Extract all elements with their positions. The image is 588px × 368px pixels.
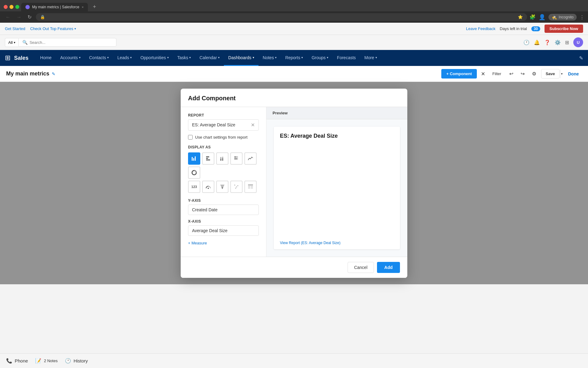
use-chart-settings-checkbox[interactable]: [188, 135, 193, 140]
reports-chevron: ▾: [301, 56, 303, 59]
chart-type-bar-horizontal[interactable]: [202, 152, 214, 165]
report-field-label: Report: [188, 113, 259, 117]
nav-more[interactable]: More ▾: [360, 50, 381, 66]
preview-chart-title: ES: Average Deal Size: [280, 133, 394, 139]
nav-notes[interactable]: Notes ▾: [258, 50, 281, 66]
leave-feedback-link[interactable]: Leave Feedback: [466, 26, 496, 31]
nav-refresh-btn[interactable]: ↻: [26, 13, 33, 21]
report-clear-btn[interactable]: ✕: [251, 122, 255, 128]
modal-right-panel: Preview ES: Average Deal Size View Repor…: [266, 107, 407, 257]
save-dropdown-arrow[interactable]: ▾: [561, 72, 563, 75]
chart-type-funnel[interactable]: [216, 181, 228, 193]
svg-rect-25: [248, 187, 250, 189]
browser-nav-bar: ← → ↻ 🔒 moodjoying.lightning.force.com/o…: [0, 11, 588, 23]
dashboard-settings-btn[interactable]: ⚙: [530, 70, 539, 78]
search-icon: 🔍: [22, 40, 28, 45]
nav-leads[interactable]: Leads ▾: [113, 50, 136, 66]
done-btn[interactable]: Done: [565, 69, 582, 79]
browser-chrome: My main metrics | Salesforce × + ← → ↻ 🔒…: [0, 0, 588, 23]
search-scope-select[interactable]: All ▾: [5, 38, 18, 47]
undo-btn[interactable]: ↩: [507, 70, 516, 78]
redo-btn[interactable]: ↪: [518, 70, 527, 78]
close-edit-btn[interactable]: ×: [479, 70, 487, 78]
minimize-window-btn[interactable]: [9, 5, 13, 9]
profile-icon[interactable]: 👤: [539, 14, 545, 21]
tab-close-btn[interactable]: ×: [82, 5, 84, 9]
user-avatar[interactable]: U: [573, 37, 583, 47]
nav-back-btn[interactable]: ←: [4, 14, 12, 21]
get-started-link[interactable]: Get Started: [5, 26, 25, 31]
browser-tab-bar: My main metrics | Salesforce × +: [0, 0, 588, 11]
browser-tab-active[interactable]: My main metrics | Salesforce ×: [21, 3, 88, 11]
nav-accounts[interactable]: Accounts ▾: [56, 50, 85, 66]
setup-icon[interactable]: ⚙️: [555, 40, 561, 45]
extensions-icon[interactable]: 🧩: [530, 14, 536, 20]
save-btn[interactable]: Save: [541, 69, 560, 79]
report-field: Report ES: Average Deal Size ✕: [188, 113, 259, 131]
nav-opportunities[interactable]: Opportunities ▾: [136, 50, 173, 66]
app-launcher-icon[interactable]: ⊞: [5, 54, 10, 62]
nav-forward-btn[interactable]: →: [15, 14, 23, 21]
display-as-section: Display As: [188, 145, 259, 193]
dashboard-title-edit-icon[interactable]: ✎: [52, 71, 55, 76]
search-input[interactable]: [29, 40, 112, 45]
search-scope-chevron: ▾: [14, 41, 15, 44]
history-label: History: [74, 358, 88, 363]
svg-rect-13: [237, 158, 238, 159]
nav-dashboards[interactable]: Dashboards ▾: [224, 50, 258, 66]
dashboard-title: My main metrics: [6, 71, 49, 77]
search-scope-label: All: [8, 40, 13, 45]
notes-item[interactable]: 📝 2 Notes: [35, 358, 58, 364]
subscribe-btn[interactable]: Subscribe Now: [545, 25, 583, 33]
x-axis-label: X-Axis: [188, 219, 259, 224]
chart-type-table[interactable]: [244, 181, 257, 193]
add-measure-link[interactable]: + Measure: [188, 241, 207, 245]
chart-type-line[interactable]: [244, 152, 257, 165]
y-axis-input[interactable]: Created Date: [188, 205, 259, 215]
nav-edit-icon[interactable]: ✎: [579, 55, 583, 61]
nav-calendar[interactable]: Calendar ▾: [195, 50, 224, 66]
chart-type-donut[interactable]: [188, 167, 200, 179]
phone-item[interactable]: 📞 Phone: [6, 358, 28, 364]
sf-navbar: ⊞ Sales Home Accounts ▾ Contacts ▾ Leads…: [0, 50, 588, 66]
view-report-link[interactable]: View Report (ES: Average Deal Size): [280, 241, 341, 245]
nav-tasks[interactable]: Tasks ▾: [173, 50, 195, 66]
svg-rect-0: [192, 157, 193, 161]
chart-type-stacked-bar-h[interactable]: [230, 152, 243, 165]
sf-topbar-right: Leave Feedback Days left in trial 30 Sub…: [466, 25, 583, 33]
close-window-btn[interactable]: [4, 5, 8, 9]
add-btn[interactable]: Add: [377, 262, 400, 273]
contacts-chevron: ▾: [107, 56, 109, 59]
apps-icon[interactable]: ⊞: [565, 40, 569, 45]
display-as-label: Display As: [188, 145, 259, 149]
cancel-btn[interactable]: Cancel: [348, 262, 374, 273]
history-item[interactable]: 🕐 History: [65, 358, 88, 364]
maximize-window-btn[interactable]: [15, 5, 19, 9]
nav-home[interactable]: Home: [36, 50, 56, 66]
filter-btn[interactable]: Filter: [489, 70, 504, 78]
chart-type-bar-vertical[interactable]: [188, 152, 200, 165]
nav-contacts[interactable]: Contacts ▾: [85, 50, 113, 66]
address-input[interactable]: moodjoying.lightning.force.com/one/one.a…: [47, 15, 515, 19]
address-bar[interactable]: 🔒 moodjoying.lightning.force.com/one/one…: [36, 13, 527, 21]
new-tab-btn[interactable]: +: [90, 2, 99, 11]
chart-type-gauge[interactable]: [202, 181, 214, 193]
chart-type-number[interactable]: 123: [188, 181, 200, 193]
dashboard-title-area: My main metrics ✎: [6, 71, 55, 77]
nav-forecasts[interactable]: Forecasts: [333, 50, 360, 66]
more-chevron: ▾: [375, 56, 377, 59]
groups-chevron: ▾: [327, 56, 328, 59]
y-axis-value: Created Date: [192, 207, 217, 212]
notification-icon[interactable]: 🔔: [534, 40, 540, 45]
recent-items-icon[interactable]: 🕐: [523, 40, 530, 45]
chart-type-scatter[interactable]: [230, 181, 243, 193]
report-input[interactable]: ES: Average Deal Size ✕: [188, 119, 259, 131]
help-icon[interactable]: ❓: [544, 40, 550, 45]
x-axis-input[interactable]: Average Deal Size: [188, 225, 259, 236]
browser-more-icon[interactable]: ⋮: [580, 14, 584, 20]
add-component-btn[interactable]: + Component: [441, 69, 477, 79]
nav-reports[interactable]: Reports ▾: [281, 50, 307, 66]
top-features-link[interactable]: Check Out Top Features ▾: [30, 26, 76, 31]
nav-groups[interactable]: Groups ▾: [307, 50, 333, 66]
chart-type-stacked-bar[interactable]: [216, 152, 228, 165]
